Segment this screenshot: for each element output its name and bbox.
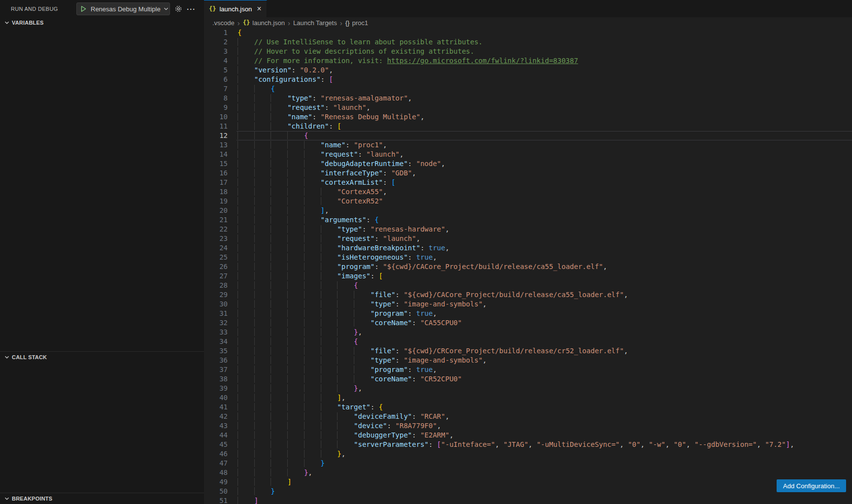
settings-button[interactable] [173, 3, 184, 14]
code-line[interactable]: 23 "request": "launch", [204, 234, 852, 243]
code-line[interactable]: 6 "configurations": [ [204, 75, 852, 84]
code-line[interactable]: 24 "hardwareBreakpoint": true, [204, 243, 852, 253]
code-line[interactable]: 8 "type": "renesas-amalgamator", [204, 94, 852, 103]
code-line[interactable]: 27 "images": [ [204, 271, 852, 281]
indent-guide [321, 403, 338, 411]
breadcrumb-item-vscode[interactable]: .vscode [212, 19, 235, 27]
indent-guide [304, 197, 321, 205]
code-line[interactable]: 32 "coreName": "CA55CPU0" [204, 318, 852, 328]
line-number: 3 [204, 47, 228, 56]
code-line[interactable]: 48 }, [204, 468, 852, 477]
code-line[interactable]: 9 "request": "launch", [204, 103, 852, 112]
code-line[interactable]: 18 "CortexA55", [204, 187, 852, 197]
indent-guide [321, 328, 338, 336]
code-line[interactable]: 4 // For more information, visit: https:… [204, 56, 852, 66]
code-line[interactable]: 49 ] [204, 477, 852, 487]
code-line[interactable]: 34 { [204, 337, 852, 346]
add-configuration-button[interactable]: Add Configuration... [777, 479, 846, 492]
indent-guide [254, 487, 271, 495]
close-icon[interactable]: × [257, 5, 261, 13]
code-line[interactable]: 20 ], [204, 206, 852, 215]
code-line[interactable]: 47 } [204, 459, 852, 468]
indent-guide [304, 337, 321, 345]
line-number: 43 [204, 421, 228, 431]
code-line[interactable]: 31 "program": true, [204, 309, 852, 318]
code-line[interactable]: 30 "type": "image-and-symbols", [204, 300, 852, 309]
tab-launch-json[interactable]: {} launch.json × [204, 0, 267, 17]
code-line[interactable]: 33 }, [204, 328, 852, 337]
indent-guide [271, 103, 287, 111]
code-line[interactable]: 50 } [204, 487, 852, 496]
indent-guide [337, 440, 354, 448]
breadcrumb-item-launch-json[interactable]: launch.json [252, 19, 285, 27]
debug-start-icon[interactable] [79, 5, 87, 13]
indent-guide [271, 113, 287, 121]
code-token: "0.2.0" [300, 66, 329, 74]
code-line[interactable]: 7 { [204, 84, 852, 94]
code-token: : [383, 178, 391, 186]
code-line[interactable]: 5 "version": "0.2.0", [204, 66, 852, 75]
code-area[interactable]: 1{2 // Use IntelliSense to learn about p… [204, 28, 852, 504]
code-token: [ [329, 75, 333, 83]
code-line[interactable]: 28 { [204, 281, 852, 290]
code-line[interactable]: 3 // Hover to view descriptions of exist… [204, 47, 852, 56]
sidebar-section-call-stack[interactable]: CALL STACK [0, 351, 204, 362]
indent-guide [287, 178, 304, 186]
indent-guide [271, 281, 287, 289]
code-line[interactable]: 2 // Use IntelliSense to learn about pos… [204, 37, 852, 47]
indent-guide [271, 132, 287, 139]
indent-guide [304, 347, 321, 355]
code-line[interactable]: 40 ], [204, 393, 852, 403]
code-line[interactable]: 14 "request": "launch", [204, 150, 852, 159]
more-actions-button[interactable]: ··· [186, 3, 197, 14]
code-token: "-w" [649, 440, 666, 448]
code-token: : [408, 309, 416, 317]
code-line[interactable]: 16 "interfaceType": "GDB", [204, 168, 852, 178]
code-token: "configurations" [254, 75, 321, 83]
code-line[interactable]: 38 "coreName": "CR52CPU0" [204, 374, 852, 384]
code-token: , [433, 309, 437, 317]
code-line[interactable]: 42 "deviceFamily": "RCAR", [204, 412, 852, 421]
indent-guide [254, 450, 271, 458]
indent-guide [254, 169, 271, 177]
indent-guide [254, 103, 271, 111]
indent-guide [271, 291, 287, 299]
code-line[interactable]: 15 "debugAdapterRuntime": "node", [204, 159, 852, 168]
code-line[interactable]: 46 }, [204, 449, 852, 459]
indent-guide [287, 356, 304, 364]
code-line[interactable]: 11 "children": [ [204, 122, 852, 131]
code-line[interactable]: 37 "program": true, [204, 365, 852, 374]
code-line[interactable]: 25 "isHeterogeneous": true, [204, 253, 852, 262]
indent-guide [321, 300, 338, 308]
line-number: 39 [204, 384, 228, 393]
code-line[interactable]: 51 ] [204, 496, 852, 504]
code-line[interactable]: 45 "serverParameters": ["-uInteface=", "… [204, 440, 852, 449]
code-line[interactable]: 1{ [204, 28, 852, 37]
indent-guide [321, 263, 338, 270]
code-line[interactable]: 19 "CortexR52" [204, 197, 852, 206]
sidebar-section-breakpoints[interactable]: BREAKPOINTS [0, 493, 204, 504]
code-line[interactable]: 13 "name": "proc1", [204, 140, 852, 150]
code-line[interactable]: 17 "cortexArmList": [ [204, 178, 852, 187]
code-line[interactable]: 36 "type": "image-and-symbols", [204, 356, 852, 365]
indent-guide [287, 440, 304, 448]
code-line[interactable]: 44 "debuggerType": "E2ARM", [204, 431, 852, 440]
code-line[interactable]: 10 "name": "Renesas Debug Multiple", [204, 112, 852, 122]
breadcrumb-item-proc1[interactable]: proc1 [352, 19, 368, 27]
code-line[interactable]: 12 { [204, 131, 852, 140]
indent-guide [287, 206, 304, 214]
code-line[interactable]: 39 }, [204, 384, 852, 393]
sidebar-section-variables[interactable]: VARIABLES [0, 17, 204, 28]
code-line[interactable]: 29 "file": "${cwd}/CACore_Project/build/… [204, 290, 852, 300]
code-line[interactable]: 43 "device": "R8A779F0", [204, 421, 852, 431]
breadcrumb-item-launch-targets[interactable]: Launch Targets [293, 19, 337, 27]
code-line[interactable]: 41 "target": { [204, 403, 852, 412]
code-line[interactable]: 26 "program": "${cwd}/CACore_Project/bui… [204, 262, 852, 271]
code-line[interactable]: 21 "arguments": { [204, 215, 852, 225]
indent-guide [238, 197, 254, 205]
code-line[interactable]: 35 "file": "${cwd}/CRCore_Project/build/… [204, 346, 852, 356]
code-line[interactable]: 22 "type": "renesas-hardware", [204, 225, 852, 234]
indent-guide [304, 375, 321, 383]
debug-config-dropdown[interactable]: Renesas Debug Multiple [76, 2, 170, 15]
code-token: "--gdbVersion=" [694, 440, 756, 448]
